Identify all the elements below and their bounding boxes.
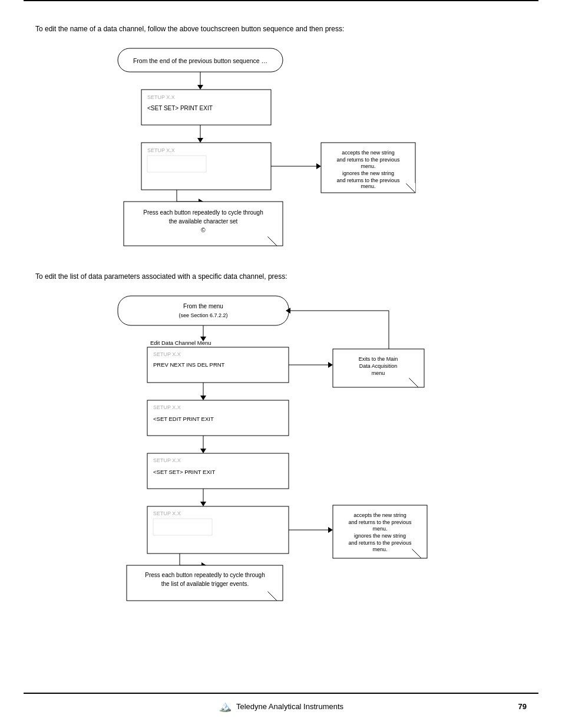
svg-text:SETUP X.X: SETUP X.X bbox=[147, 147, 175, 153]
svg-text:accepts the new string: accepts the new string bbox=[342, 150, 395, 156]
top-rule bbox=[24, 0, 538, 13]
svg-text:<SET         EDIT  PRINT      : <SET EDIT PRINT EXIT bbox=[153, 416, 214, 422]
svg-marker-8 bbox=[197, 138, 203, 143]
content: To edit the name of a data channel, foll… bbox=[0, 25, 562, 620]
svg-text:<SET  SET>      PRINT         : <SET SET> PRINT EXIT bbox=[153, 469, 215, 475]
svg-text:and returns to the previous: and returns to the previous bbox=[348, 519, 412, 525]
svg-marker-64 bbox=[200, 502, 206, 506]
svg-text:the list of available trigger : the list of available trigger events. bbox=[161, 581, 249, 587]
svg-text:From the                      : From the menu bbox=[183, 303, 223, 309]
svg-rect-67 bbox=[153, 519, 212, 535]
svg-text:Press each button repeatedly t: Press each button repeatedly to cycle th… bbox=[143, 209, 263, 216]
svg-marker-54 bbox=[200, 396, 206, 400]
svg-text:From the end of the previous b: From the end of the previous button sequ… bbox=[133, 57, 267, 64]
svg-text:and returns to the previous: and returns to the previous bbox=[348, 540, 412, 546]
svg-text:Press each button repeatedly t: Press each button repeatedly to cycle th… bbox=[145, 572, 265, 578]
svg-text:menu: menu bbox=[372, 370, 385, 376]
footer-logo: 🏔️ bbox=[219, 700, 232, 713]
footer-company: Teledyne Analytical Instruments bbox=[236, 702, 343, 711]
svg-marker-13 bbox=[316, 163, 321, 169]
svg-text:menu.: menu. bbox=[361, 183, 375, 189]
svg-text:accepts the new string: accepts the new string bbox=[353, 512, 406, 518]
svg-text:SETUP X.X: SETUP X.X bbox=[153, 510, 181, 516]
svg-marker-59 bbox=[200, 449, 206, 453]
svg-text:SETUP X.X: SETUP X.X bbox=[147, 94, 175, 100]
page: To edit the name of a data channel, foll… bbox=[0, 0, 562, 728]
svg-text:(see Section 6.7.2.2): (see Section 6.7.2.2) bbox=[178, 312, 227, 318]
svg-text:ignores the new string: ignores the new string bbox=[354, 533, 406, 539]
svg-marker-69 bbox=[328, 527, 333, 533]
svg-marker-45 bbox=[328, 362, 333, 368]
footer-area: 🏔️ Teledyne Analytical Instruments 79 bbox=[0, 693, 562, 728]
diagram2: From the menu (see Section 6.7.2.2) Edit… bbox=[71, 290, 483, 620]
svg-text:©: © bbox=[201, 227, 206, 233]
svg-rect-32 bbox=[118, 296, 289, 325]
svg-text:the available character set: the available character set bbox=[169, 218, 238, 225]
svg-text:SETUP X.X: SETUP X.X bbox=[153, 404, 181, 410]
svg-text:PREV  NEXT         INS   DEL  : PREV NEXT INS DEL PRNT bbox=[153, 361, 225, 368]
svg-text:ignores the new string: ignores the new string bbox=[342, 170, 394, 176]
svg-marker-3 bbox=[197, 85, 203, 90]
svg-text:menu.: menu. bbox=[361, 163, 375, 169]
svg-text:and returns to the previous: and returns to the previous bbox=[336, 157, 400, 163]
svg-text:Exits to the Main: Exits to the Main bbox=[359, 356, 398, 362]
svg-text:SETUP X.X: SETUP X.X bbox=[153, 457, 181, 463]
page-number: 79 bbox=[518, 702, 527, 711]
svg-text:Data Acquisition: Data Acquisition bbox=[359, 363, 398, 369]
svg-rect-11 bbox=[147, 156, 206, 172]
svg-text:menu.: menu. bbox=[372, 526, 387, 532]
section1-intro: To edit the name of a data channel, foll… bbox=[35, 25, 527, 33]
svg-text:and returns to the previous: and returns to the previous bbox=[336, 177, 400, 183]
section2-intro: To edit the list of data parameters asso… bbox=[35, 272, 527, 281]
svg-text:menu.: menu. bbox=[372, 546, 387, 552]
svg-text:Edit Data Channel Menu: Edit Data Channel Menu bbox=[150, 340, 211, 346]
svg-text:<SET  SET>      PRINT         : <SET SET> PRINT EXIT bbox=[147, 105, 213, 111]
svg-text:SETUP X.X: SETUP X.X bbox=[153, 351, 181, 357]
diagram1: From the end of the previous button sequ… bbox=[71, 42, 483, 255]
